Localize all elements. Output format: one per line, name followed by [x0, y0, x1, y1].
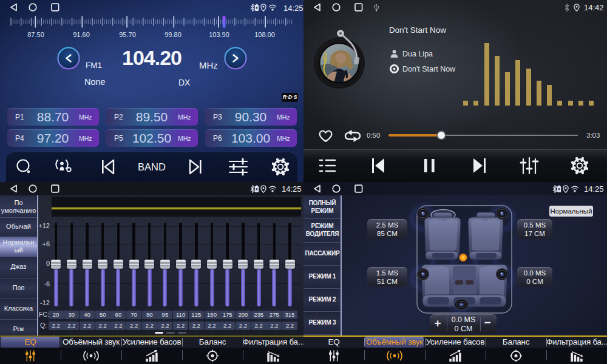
svg-text:BAND: BAND: [138, 161, 166, 172]
